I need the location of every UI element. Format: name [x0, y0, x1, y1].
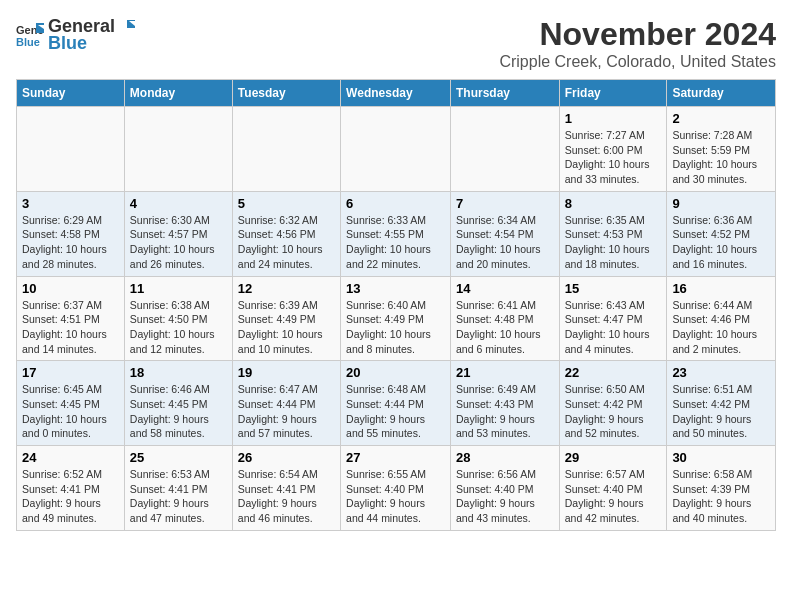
day-number: 30: [672, 450, 770, 465]
calendar-cell: 14Sunrise: 6:41 AM Sunset: 4:48 PM Dayli…: [450, 276, 559, 361]
day-number: 9: [672, 196, 770, 211]
day-info: Sunrise: 6:57 AM Sunset: 4:40 PM Dayligh…: [565, 467, 662, 526]
calendar-cell: 10Sunrise: 6:37 AM Sunset: 4:51 PM Dayli…: [17, 276, 125, 361]
day-number: 16: [672, 281, 770, 296]
calendar-cell: 7Sunrise: 6:34 AM Sunset: 4:54 PM Daylig…: [450, 191, 559, 276]
month-title: November 2024: [499, 16, 776, 53]
calendar-cell: 4Sunrise: 6:30 AM Sunset: 4:57 PM Daylig…: [124, 191, 232, 276]
calendar-cell: 5Sunrise: 6:32 AM Sunset: 4:56 PM Daylig…: [232, 191, 340, 276]
calendar-cell: [341, 107, 451, 192]
day-info: Sunrise: 6:46 AM Sunset: 4:45 PM Dayligh…: [130, 382, 227, 441]
day-info: Sunrise: 6:43 AM Sunset: 4:47 PM Dayligh…: [565, 298, 662, 357]
day-number: 26: [238, 450, 335, 465]
calendar-week-row: 1Sunrise: 7:27 AM Sunset: 6:00 PM Daylig…: [17, 107, 776, 192]
weekday-header: Tuesday: [232, 80, 340, 107]
day-number: 6: [346, 196, 445, 211]
calendar-cell: 26Sunrise: 6:54 AM Sunset: 4:41 PM Dayli…: [232, 446, 340, 531]
day-number: 19: [238, 365, 335, 380]
calendar-cell: 22Sunrise: 6:50 AM Sunset: 4:42 PM Dayli…: [559, 361, 667, 446]
day-info: Sunrise: 6:50 AM Sunset: 4:42 PM Dayligh…: [565, 382, 662, 441]
calendar-cell: 19Sunrise: 6:47 AM Sunset: 4:44 PM Dayli…: [232, 361, 340, 446]
day-number: 28: [456, 450, 554, 465]
day-info: Sunrise: 7:27 AM Sunset: 6:00 PM Dayligh…: [565, 128, 662, 187]
day-info: Sunrise: 6:39 AM Sunset: 4:49 PM Dayligh…: [238, 298, 335, 357]
calendar-header-row: SundayMondayTuesdayWednesdayThursdayFrid…: [17, 80, 776, 107]
day-info: Sunrise: 6:45 AM Sunset: 4:45 PM Dayligh…: [22, 382, 119, 441]
day-info: Sunrise: 6:58 AM Sunset: 4:39 PM Dayligh…: [672, 467, 770, 526]
day-number: 24: [22, 450, 119, 465]
calendar-cell: 27Sunrise: 6:55 AM Sunset: 4:40 PM Dayli…: [341, 446, 451, 531]
day-number: 4: [130, 196, 227, 211]
day-number: 15: [565, 281, 662, 296]
weekday-header: Monday: [124, 80, 232, 107]
day-number: 12: [238, 281, 335, 296]
day-number: 20: [346, 365, 445, 380]
day-info: Sunrise: 6:55 AM Sunset: 4:40 PM Dayligh…: [346, 467, 445, 526]
location-title: Cripple Creek, Colorado, United States: [499, 53, 776, 71]
day-number: 29: [565, 450, 662, 465]
day-info: Sunrise: 6:33 AM Sunset: 4:55 PM Dayligh…: [346, 213, 445, 272]
day-info: Sunrise: 6:48 AM Sunset: 4:44 PM Dayligh…: [346, 382, 445, 441]
weekday-header: Wednesday: [341, 80, 451, 107]
day-number: 10: [22, 281, 119, 296]
day-number: 25: [130, 450, 227, 465]
calendar-cell: 9Sunrise: 6:36 AM Sunset: 4:52 PM Daylig…: [667, 191, 776, 276]
calendar-cell: [124, 107, 232, 192]
calendar-cell: [232, 107, 340, 192]
day-info: Sunrise: 6:30 AM Sunset: 4:57 PM Dayligh…: [130, 213, 227, 272]
day-info: Sunrise: 6:35 AM Sunset: 4:53 PM Dayligh…: [565, 213, 662, 272]
calendar-cell: 6Sunrise: 6:33 AM Sunset: 4:55 PM Daylig…: [341, 191, 451, 276]
calendar-week-row: 10Sunrise: 6:37 AM Sunset: 4:51 PM Dayli…: [17, 276, 776, 361]
day-number: 13: [346, 281, 445, 296]
logo: General Blue General Blue: [16, 16, 137, 54]
calendar-cell: [450, 107, 559, 192]
day-info: Sunrise: 6:29 AM Sunset: 4:58 PM Dayligh…: [22, 213, 119, 272]
calendar-cell: 25Sunrise: 6:53 AM Sunset: 4:41 PM Dayli…: [124, 446, 232, 531]
calendar-cell: 29Sunrise: 6:57 AM Sunset: 4:40 PM Dayli…: [559, 446, 667, 531]
calendar-cell: 1Sunrise: 7:27 AM Sunset: 6:00 PM Daylig…: [559, 107, 667, 192]
svg-text:Blue: Blue: [16, 36, 40, 48]
day-info: Sunrise: 6:36 AM Sunset: 4:52 PM Dayligh…: [672, 213, 770, 272]
day-number: 18: [130, 365, 227, 380]
day-number: 2: [672, 111, 770, 126]
calendar-body: 1Sunrise: 7:27 AM Sunset: 6:00 PM Daylig…: [17, 107, 776, 531]
day-info: Sunrise: 6:37 AM Sunset: 4:51 PM Dayligh…: [22, 298, 119, 357]
weekday-header: Thursday: [450, 80, 559, 107]
calendar-cell: 16Sunrise: 6:44 AM Sunset: 4:46 PM Dayli…: [667, 276, 776, 361]
day-info: Sunrise: 6:44 AM Sunset: 4:46 PM Dayligh…: [672, 298, 770, 357]
weekday-header: Sunday: [17, 80, 125, 107]
calendar-cell: 21Sunrise: 6:49 AM Sunset: 4:43 PM Dayli…: [450, 361, 559, 446]
day-info: Sunrise: 6:54 AM Sunset: 4:41 PM Dayligh…: [238, 467, 335, 526]
calendar-cell: [17, 107, 125, 192]
day-number: 23: [672, 365, 770, 380]
weekday-header: Saturday: [667, 80, 776, 107]
day-info: Sunrise: 6:41 AM Sunset: 4:48 PM Dayligh…: [456, 298, 554, 357]
day-info: Sunrise: 6:38 AM Sunset: 4:50 PM Dayligh…: [130, 298, 227, 357]
day-number: 3: [22, 196, 119, 211]
calendar-cell: 18Sunrise: 6:46 AM Sunset: 4:45 PM Dayli…: [124, 361, 232, 446]
day-number: 17: [22, 365, 119, 380]
day-number: 5: [238, 196, 335, 211]
day-number: 1: [565, 111, 662, 126]
calendar-cell: 20Sunrise: 6:48 AM Sunset: 4:44 PM Dayli…: [341, 361, 451, 446]
day-number: 7: [456, 196, 554, 211]
logo-icon: General Blue: [16, 21, 44, 49]
day-info: Sunrise: 6:53 AM Sunset: 4:41 PM Dayligh…: [130, 467, 227, 526]
day-number: 22: [565, 365, 662, 380]
title-area: November 2024 Cripple Creek, Colorado, U…: [499, 16, 776, 71]
calendar-cell: 24Sunrise: 6:52 AM Sunset: 4:41 PM Dayli…: [17, 446, 125, 531]
calendar-cell: 11Sunrise: 6:38 AM Sunset: 4:50 PM Dayli…: [124, 276, 232, 361]
calendar-cell: 30Sunrise: 6:58 AM Sunset: 4:39 PM Dayli…: [667, 446, 776, 531]
day-number: 11: [130, 281, 227, 296]
weekday-header: Friday: [559, 80, 667, 107]
calendar-cell: 23Sunrise: 6:51 AM Sunset: 4:42 PM Dayli…: [667, 361, 776, 446]
calendar-week-row: 17Sunrise: 6:45 AM Sunset: 4:45 PM Dayli…: [17, 361, 776, 446]
day-info: Sunrise: 6:47 AM Sunset: 4:44 PM Dayligh…: [238, 382, 335, 441]
day-number: 8: [565, 196, 662, 211]
day-info: Sunrise: 6:40 AM Sunset: 4:49 PM Dayligh…: [346, 298, 445, 357]
day-info: Sunrise: 6:51 AM Sunset: 4:42 PM Dayligh…: [672, 382, 770, 441]
calendar-cell: 3Sunrise: 6:29 AM Sunset: 4:58 PM Daylig…: [17, 191, 125, 276]
calendar-cell: 28Sunrise: 6:56 AM Sunset: 4:40 PM Dayli…: [450, 446, 559, 531]
header: General Blue General Blue November 2024 …: [16, 16, 776, 71]
calendar-week-row: 24Sunrise: 6:52 AM Sunset: 4:41 PM Dayli…: [17, 446, 776, 531]
